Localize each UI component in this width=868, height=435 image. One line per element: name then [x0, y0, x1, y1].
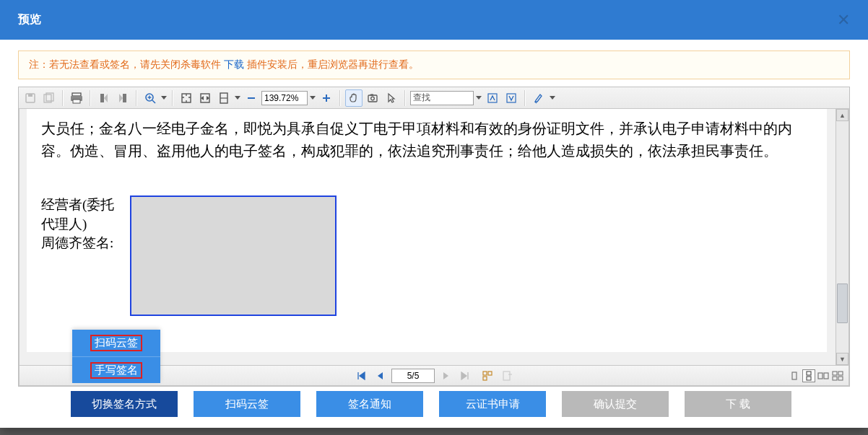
first-page-icon[interactable] — [354, 369, 368, 383]
view-continuous-icon[interactable] — [802, 369, 815, 382]
find-dropdown-icon[interactable] — [475, 96, 482, 100]
popup-option-handwrite[interactable]: 手写签名 — [72, 356, 160, 383]
svg-rect-26 — [792, 372, 797, 379]
svg-rect-24 — [483, 377, 487, 380]
confirm-submit-button: 确认提交 — [562, 391, 669, 417]
svg-rect-31 — [833, 372, 837, 375]
last-page-icon[interactable] — [458, 369, 472, 383]
svg-rect-32 — [838, 372, 843, 375]
cloud-cert-apply-button[interactable]: 云证书申请 — [439, 391, 546, 417]
select-tool-icon[interactable] — [383, 89, 400, 107]
hand-tool-icon[interactable] — [345, 89, 363, 107]
svg-rect-4 — [72, 93, 81, 96]
find-next-icon[interactable] — [503, 89, 520, 107]
scroll-thumb[interactable] — [837, 284, 848, 323]
sign-method-popup: 扫码云签 手写签名 — [72, 330, 160, 383]
warning-note: 注：若无法查看或签名，请先关闭杀毒软件 下载 插件安装后，重启浏览器再进行查看。 — [18, 50, 850, 79]
view-facing-icon[interactable] — [817, 369, 830, 382]
scroll-down-icon[interactable]: ▼ — [836, 353, 849, 365]
svg-rect-29 — [818, 373, 823, 379]
save-icon[interactable] — [22, 89, 39, 107]
thumbnail-toggle-icon[interactable] — [481, 369, 495, 383]
next-page-icon[interactable] — [439, 369, 453, 383]
save-copy-icon[interactable] — [40, 89, 58, 107]
document-body-text: 大员任；金名八一经电子金名，即悦为具承自促义丁电于甲項材料和有效的身份证明文件，… — [41, 118, 812, 162]
find-input[interactable] — [410, 91, 474, 105]
signature-row: 经营者(委托 代理人) 周德齐签名: — [41, 195, 812, 316]
signature-label: 经营者(委托 代理人) 周德齐签名: — [41, 195, 124, 316]
vertical-scrollbar[interactable]: ▲ ▼ — [836, 109, 849, 365]
svg-rect-27 — [807, 372, 811, 375]
svg-rect-19 — [370, 94, 373, 95]
svg-rect-28 — [807, 377, 811, 380]
zoom-input[interactable] — [261, 91, 308, 105]
print-icon[interactable] — [68, 89, 85, 107]
close-icon[interactable]: ✕ — [837, 11, 850, 30]
bookmark-toggle-icon[interactable] — [500, 369, 514, 383]
switch-sign-method-button[interactable]: 切换签名方式 — [71, 391, 178, 417]
svg-line-8 — [152, 100, 155, 103]
modal-header: 预览 ✕ — [0, 0, 868, 40]
page-input[interactable] — [391, 369, 435, 383]
fit-width-icon[interactable] — [215, 89, 233, 107]
document-area[interactable]: 大员任；金名八一经电子金名，即悦为具承自促义丁电于甲項材料和有效的身份证明文件，… — [19, 109, 849, 366]
svg-point-18 — [371, 97, 375, 100]
zoom-value-dropdown-icon[interactable] — [309, 96, 316, 100]
highlight-icon[interactable] — [530, 89, 547, 107]
highlight-dropdown-icon[interactable] — [549, 96, 556, 100]
find-prev-icon[interactable] — [484, 89, 501, 107]
svg-rect-1 — [28, 94, 32, 97]
svg-rect-33 — [833, 377, 837, 380]
fit-page-icon[interactable] — [196, 89, 214, 107]
fit-dropdown-icon[interactable] — [234, 96, 241, 100]
rotate-left-icon[interactable] — [95, 89, 113, 107]
document-page: 大员任；金名八一经电子金名，即悦为具承自促义丁电于甲項材料和有效的身份证明文件，… — [27, 109, 827, 352]
viewer-toolbar — [19, 87, 849, 109]
scroll-up-icon[interactable]: ▲ — [836, 109, 849, 121]
zoom-in-icon[interactable] — [318, 89, 335, 107]
sign-notify-button[interactable]: 签名通知 — [316, 391, 423, 417]
note-suffix: 插件安装后，重启浏览器再进行查看。 — [247, 58, 419, 70]
zoom-dropdown-icon[interactable] — [160, 96, 168, 100]
signature-box[interactable] — [130, 195, 337, 316]
note-prefix: 注：若无法查看或签名，请先关闭杀毒软件 — [29, 58, 224, 70]
svg-rect-34 — [838, 377, 843, 380]
svg-rect-30 — [824, 373, 828, 379]
popup-option-scan[interactable]: 扫码云签 — [72, 330, 160, 356]
svg-rect-25 — [503, 372, 510, 380]
actual-size-icon[interactable] — [178, 89, 195, 107]
snapshot-icon[interactable] — [364, 89, 381, 107]
svg-rect-22 — [483, 372, 487, 375]
scan-sign-button[interactable]: 扫码云签 — [194, 391, 300, 417]
zoom-out-icon[interactable] — [243, 89, 260, 107]
zoom-icon[interactable] — [142, 89, 159, 107]
download-button: 下 载 — [685, 391, 791, 417]
prev-page-icon[interactable] — [373, 369, 387, 383]
svg-rect-6 — [73, 100, 80, 103]
footer-actions: 切换签名方式 扫码云签 签名通知 云证书申请 确认提交 下 载 — [18, 387, 850, 417]
view-facing-continuous-icon[interactable] — [831, 369, 844, 382]
svg-rect-23 — [488, 372, 492, 375]
download-plugin-link[interactable]: 下载 — [224, 58, 244, 70]
view-single-icon[interactable] — [788, 369, 801, 382]
modal-title: 预览 — [18, 12, 41, 27]
svg-rect-17 — [368, 95, 377, 102]
rotate-right-icon[interactable] — [114, 89, 131, 107]
